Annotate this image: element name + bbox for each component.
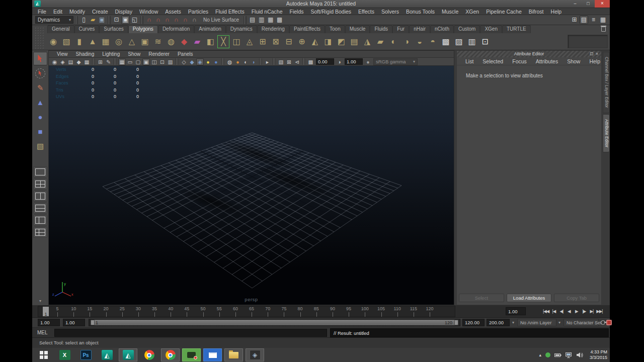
go-to-start-button[interactable]: |◀◀ bbox=[542, 307, 549, 316]
poly-soccer-ball-icon[interactable]: ◍ bbox=[165, 35, 177, 48]
animation-start-field[interactable]: 1.00 bbox=[38, 319, 60, 326]
poly-type-icon[interactable]: ▰ bbox=[191, 35, 203, 48]
poly-plane-icon[interactable]: ▦ bbox=[100, 35, 112, 48]
paint-transfer-icon[interactable]: ◓ bbox=[427, 35, 439, 48]
grid-toggle-icon[interactable]: ▦ bbox=[118, 58, 126, 65]
layout-three-pane-split[interactable] bbox=[33, 215, 47, 226]
menu-particles[interactable]: Particles bbox=[185, 8, 212, 15]
image-plane-icon[interactable]: ▦ bbox=[83, 58, 91, 65]
viewport-menu-view[interactable]: View bbox=[53, 51, 72, 57]
select-camera-icon[interactable]: ◉ bbox=[51, 58, 58, 65]
hidden-icons-chevron[interactable]: ▴ bbox=[539, 352, 541, 357]
mel-label[interactable]: MEL bbox=[37, 330, 48, 335]
mail-taskbar-icon[interactable] bbox=[203, 348, 222, 361]
ae-menu-attributes[interactable]: Attributes bbox=[531, 58, 562, 64]
no-color-management-icon[interactable]: ● bbox=[364, 58, 372, 65]
snap-to-projected-center-icon[interactable]: ∩ bbox=[172, 16, 181, 24]
extrude-icon[interactable]: ◨ bbox=[322, 35, 334, 48]
field-chart-icon[interactable]: ◫ bbox=[150, 58, 158, 65]
ae-menu-focus[interactable]: Focus bbox=[508, 58, 531, 64]
shelf-tab-fur[interactable]: Fur bbox=[392, 25, 409, 33]
new-scene-icon[interactable]: ▯ bbox=[79, 16, 88, 24]
poly-cone-icon[interactable]: ▲ bbox=[87, 35, 99, 48]
viewport-menu-show[interactable]: Show bbox=[124, 51, 144, 57]
shadows-icon[interactable]: ● bbox=[212, 58, 220, 65]
shelf-tab-surfaces[interactable]: Surfaces bbox=[99, 25, 128, 33]
time-slider[interactable]: 5101520253035404550556065707580859095100… bbox=[38, 306, 455, 317]
gamma-field[interactable]: 1.00 bbox=[345, 58, 363, 65]
layout-single-pane[interactable] bbox=[33, 166, 47, 177]
last-tool-used[interactable]: ▧ bbox=[33, 139, 47, 153]
sculpt-tool-icon[interactable]: ◆ bbox=[178, 35, 190, 48]
menu-soft-rigid-bodies[interactable]: Soft/Rigid Bodies bbox=[307, 8, 355, 15]
select-component-icon[interactable]: ◱ bbox=[130, 16, 139, 24]
exposure-icon[interactable]: ▩ bbox=[307, 58, 314, 65]
paint-select-tool[interactable]: ✎ bbox=[33, 81, 47, 95]
menu-file[interactable]: File bbox=[34, 8, 50, 15]
modeling-toolkit-toggle-icon[interactable]: ⊞ bbox=[570, 16, 579, 24]
lasso-select-tool[interactable] bbox=[33, 66, 47, 80]
range-slider-handle[interactable]: 1 120 bbox=[91, 320, 458, 325]
viewport-menu-renderer[interactable]: Renderer bbox=[144, 51, 174, 57]
photoshop-taskbar-icon[interactable]: Ps bbox=[76, 348, 95, 361]
menu-pipeline-cache[interactable]: Pipeline Cache bbox=[482, 8, 525, 15]
isolate-select-icon[interactable]: ▸ bbox=[264, 58, 271, 65]
viewport-menu-panels[interactable]: Panels bbox=[174, 51, 197, 57]
multi-cut-icon[interactable]: ╳ bbox=[217, 35, 229, 48]
smooth-icon[interactable]: ◭ bbox=[309, 35, 321, 48]
gate-mask-icon[interactable]: ▣ bbox=[142, 58, 150, 65]
select-hierarchy-icon[interactable]: ⊡ bbox=[112, 16, 121, 24]
shelf-tab-custom[interactable]: Custom bbox=[454, 25, 480, 33]
offset-edge-loop-icon[interactable]: ◬ bbox=[244, 35, 256, 48]
layout-two-pane-stacked[interactable] bbox=[33, 203, 47, 214]
poly-pipe-icon[interactable]: ▣ bbox=[139, 35, 151, 48]
shelf-grip-handle[interactable] bbox=[34, 27, 45, 49]
chrome-taskbar-icon-active[interactable] bbox=[161, 348, 180, 361]
multisample-aa-icon[interactable]: ◐ bbox=[242, 58, 250, 65]
animation-end-field[interactable]: 200.00 bbox=[487, 319, 510, 326]
viewport-menu-shading[interactable]: Shading bbox=[72, 51, 99, 57]
shelf-tab-deformation[interactable]: Deformation bbox=[158, 25, 194, 33]
shelf-tab-rendering[interactable]: Rendering bbox=[257, 25, 289, 33]
shelf-tab-curves[interactable]: Curves bbox=[74, 25, 100, 33]
quad-draw-icon[interactable]: ◧ bbox=[204, 35, 216, 48]
anim-layer-dropdown[interactable]: No Anim Layer bbox=[517, 319, 556, 326]
shelf-tab-painteffects[interactable]: PaintEffects bbox=[289, 25, 325, 33]
snap-to-grids-icon[interactable]: ∩ bbox=[145, 16, 153, 24]
menu-modify[interactable]: Modify bbox=[66, 8, 89, 15]
clock[interactable]: 4:33 PM 3/3/2015 bbox=[588, 349, 607, 360]
snap-to-points-icon[interactable]: ∩ bbox=[163, 16, 172, 24]
shelf-tab-muscle[interactable]: Muscle bbox=[345, 25, 370, 33]
rotate-tool[interactable]: ● bbox=[33, 110, 47, 124]
step-forward-frame-button[interactable]: ▶| bbox=[588, 307, 595, 316]
symmetry-icon[interactable]: ◐ bbox=[387, 35, 399, 48]
menu-muscle[interactable]: Muscle bbox=[438, 8, 462, 15]
viewport-canvas[interactable]: Verts000Edges000Faces000Tris000UVs000 y … bbox=[49, 66, 454, 305]
network-icon[interactable] bbox=[566, 352, 572, 358]
exposure-field[interactable]: 0.00 bbox=[316, 58, 334, 65]
make-object-live-icon[interactable]: ∩ bbox=[190, 16, 199, 24]
poly-cube-icon[interactable]: ▧ bbox=[60, 35, 72, 48]
minimize-button[interactable]: – bbox=[569, 0, 582, 8]
menu-solvers[interactable]: Solvers bbox=[378, 8, 403, 15]
play-backwards-button[interactable]: ◀ bbox=[566, 307, 572, 316]
menu-effects[interactable]: Effects bbox=[355, 8, 378, 15]
shelf-tab-dynamics[interactable]: Dynamics bbox=[226, 25, 257, 33]
battery-icon[interactable] bbox=[554, 353, 561, 357]
shelf-tab-polygons[interactable]: Polygons bbox=[128, 25, 158, 33]
snap-to-view-planes-icon[interactable]: ∩ bbox=[181, 16, 190, 24]
layout-two-pane-side-by-side[interactable] bbox=[33, 191, 47, 202]
safe-action-icon[interactable]: ⊡ bbox=[158, 58, 166, 65]
poly-torus-icon[interactable]: ◎ bbox=[113, 35, 125, 48]
insert-edge-loop-icon[interactable]: ◫ bbox=[230, 35, 243, 48]
ae-menu-list[interactable]: List bbox=[461, 58, 478, 64]
menu-fields[interactable]: Fields bbox=[286, 8, 307, 15]
shelf-tab-toon[interactable]: Toon bbox=[325, 25, 345, 33]
step-back-key-button[interactable]: ◀| bbox=[558, 307, 565, 316]
2d-pan-zoom-icon[interactable]: ⊞ bbox=[97, 58, 104, 65]
current-frame-marker[interactable]: 1 bbox=[43, 307, 49, 316]
trash-icon[interactable] bbox=[601, 27, 606, 32]
poly-sphere-icon[interactable]: ◉ bbox=[47, 35, 59, 48]
close-button[interactable]: × bbox=[595, 0, 610, 8]
checker-bake-icon[interactable]: ▩ bbox=[440, 35, 452, 48]
